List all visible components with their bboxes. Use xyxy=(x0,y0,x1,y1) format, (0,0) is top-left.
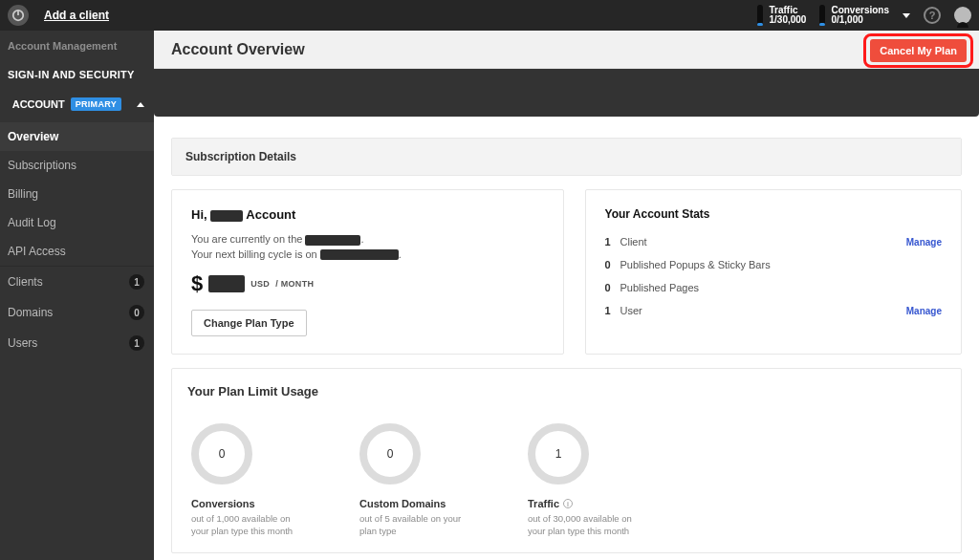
sidebar-item-subscriptions[interactable]: Subscriptions xyxy=(0,151,154,180)
conversions-meter[interactable]: Conversions 0/1,000 xyxy=(819,5,889,26)
add-client-link[interactable]: Add a client xyxy=(44,9,109,22)
gauge-ring: 0 xyxy=(191,423,252,485)
sidebar-item-billing[interactable]: Billing xyxy=(0,180,154,208)
sidebar-count-badge: 0 xyxy=(129,305,144,320)
subscription-card: Hi, Account You are currently on the . Y… xyxy=(171,189,564,355)
main: Account Overview Cancel My Plan Subscrip… xyxy=(154,31,979,560)
price-period: / MONTH xyxy=(275,279,314,289)
redacted-name xyxy=(210,210,243,222)
greeting-prefix: Hi, xyxy=(191,207,210,222)
gauge-label: Conversions xyxy=(191,498,306,509)
stat-label: Published Pages xyxy=(620,282,942,293)
topbar: Add a client Traffic 1/30,000 Conversion… xyxy=(0,0,979,31)
sidebar-item-domains[interactable]: Domains0 xyxy=(0,297,154,328)
sidebar-item-label: API Access xyxy=(8,245,66,258)
gauge-value: 1 xyxy=(555,447,562,461)
sidebar-item-label: Overview xyxy=(8,130,58,143)
conversions-value: 0/1,000 xyxy=(831,15,889,26)
traffic-meter-bar xyxy=(757,5,763,26)
page-title: Account Overview xyxy=(171,41,305,58)
dark-band xyxy=(154,69,979,117)
redacted-plan xyxy=(305,235,360,246)
sidebar-heading-signin-security[interactable]: SIGN-IN AND SECURITY xyxy=(0,61,154,88)
manage-users-link[interactable]: Manage xyxy=(906,306,942,316)
redacted-price xyxy=(208,275,245,292)
sidebar-item-label: Subscriptions xyxy=(8,159,76,172)
cancel-plan-highlight: Cancel My Plan xyxy=(863,33,973,68)
gauge-subtext: out of 1,000 available on your plan type… xyxy=(191,513,306,537)
info-icon[interactable]: i xyxy=(563,499,573,508)
gauge-label: Custom Domains xyxy=(359,498,474,509)
brand-icon xyxy=(11,9,25,22)
page-header: Account Overview Cancel My Plan xyxy=(154,31,979,69)
plan-line-2: Your next billing cycle is on . xyxy=(191,248,544,261)
price-currency: USD xyxy=(250,279,270,289)
sidebar-count-badge: 1 xyxy=(129,274,144,290)
subscription-panel: Subscription Details xyxy=(171,138,962,176)
sidebar-item-overview[interactable]: Overview xyxy=(0,122,154,151)
usage-panel: Your Plan Limit Usage 0 Conversions out … xyxy=(171,368,962,553)
plan-line-1-post: . xyxy=(360,233,363,245)
sidebar-item-label: Audit Log xyxy=(8,216,56,229)
plan-line-1: You are currently on the . xyxy=(191,233,544,246)
sidebar-account-row[interactable]: ACCOUNT PRIMARY xyxy=(0,88,154,122)
stat-label: User xyxy=(620,305,906,316)
stat-label: Client xyxy=(620,236,906,248)
stat-number: 1 xyxy=(605,236,620,248)
stat-number: 1 xyxy=(605,305,620,316)
gauge-conversions: 0 Conversions out of 1,000 available on … xyxy=(191,423,306,537)
gauge-custom-domains: 0 Custom Domains out of 5 available on y… xyxy=(359,423,474,537)
primary-badge: PRIMARY xyxy=(71,97,121,111)
sidebar-item-label: Clients xyxy=(8,275,43,289)
chevron-up-icon xyxy=(137,102,144,107)
sidebar-item-clients[interactable]: Clients1 xyxy=(0,267,154,297)
sidebar-item-users[interactable]: Users1 xyxy=(0,328,154,358)
gauge-ring: 1 xyxy=(528,423,589,485)
subscription-panel-title: Subscription Details xyxy=(172,139,961,175)
gauge-subtext: out of 5 available on your plan type xyxy=(359,513,474,537)
traffic-value: 1/30,000 xyxy=(769,15,806,26)
gauge-label: Traffic i xyxy=(528,498,642,509)
price-row: $ USD / MONTH xyxy=(191,271,544,296)
stat-number: 0 xyxy=(605,282,620,293)
stat-row-client: 1 Client Manage xyxy=(605,236,942,248)
manage-clients-link[interactable]: Manage xyxy=(906,237,942,248)
gauge-value: 0 xyxy=(219,447,226,461)
conversions-meter-text: Conversions 0/1,000 xyxy=(831,6,889,26)
sidebar-item-label: Domains xyxy=(8,306,53,319)
redacted-date xyxy=(320,249,399,260)
gauges: 0 Conversions out of 1,000 available on … xyxy=(187,423,946,537)
conversions-meter-bar xyxy=(819,5,825,26)
sidebar-item-audit-log[interactable]: Audit Log xyxy=(0,208,154,237)
stat-label: Published Popups & Sticky Bars xyxy=(620,259,942,270)
traffic-meter-text: Traffic 1/30,000 xyxy=(769,6,806,26)
sidebar-heading-account-management[interactable]: Account Management xyxy=(0,31,154,61)
change-plan-type-button[interactable]: Change Plan Type xyxy=(191,310,307,336)
gauge-ring: 0 xyxy=(359,423,421,485)
account-label: ACCOUNT xyxy=(12,98,65,110)
stat-row-user: 1 User Manage xyxy=(605,305,942,316)
sidebar-item-api-access[interactable]: API Access xyxy=(0,237,154,266)
sidebar-item-label: Users xyxy=(8,336,37,350)
plan-line-1-pre: You are currently on the xyxy=(191,233,305,245)
dollar-sign-icon: $ xyxy=(191,271,203,296)
avatar[interactable] xyxy=(954,7,971,24)
row2: Hi, Account You are currently on the . Y… xyxy=(171,189,962,355)
stat-row-popups: 0 Published Popups & Sticky Bars xyxy=(605,259,942,270)
sidebar-count-badge: 1 xyxy=(129,335,144,351)
plan-line-2-post: . xyxy=(399,248,402,260)
stat-number: 0 xyxy=(605,259,620,270)
greeting-suffix: Account xyxy=(243,207,295,222)
brand-logo[interactable] xyxy=(8,5,29,26)
greeting: Hi, Account xyxy=(191,207,544,222)
help-icon[interactable]: ? xyxy=(924,7,941,24)
content: Subscription Details Hi, Account You are… xyxy=(154,138,979,553)
traffic-meter[interactable]: Traffic 1/30,000 xyxy=(757,5,806,26)
sidebar: Account Management SIGN-IN AND SECURITY … xyxy=(0,31,154,560)
stat-row-pages: 0 Published Pages xyxy=(605,282,942,293)
topbar-right: Traffic 1/30,000 Conversions 0/1,000 ? xyxy=(757,5,971,26)
account-stats-card: Your Account Stats 1 Client Manage 0 Pub… xyxy=(585,189,962,355)
cancel-my-plan-button[interactable]: Cancel My Plan xyxy=(870,39,967,62)
sidebar-item-label: Billing xyxy=(8,187,38,201)
chevron-down-icon[interactable] xyxy=(903,13,910,18)
